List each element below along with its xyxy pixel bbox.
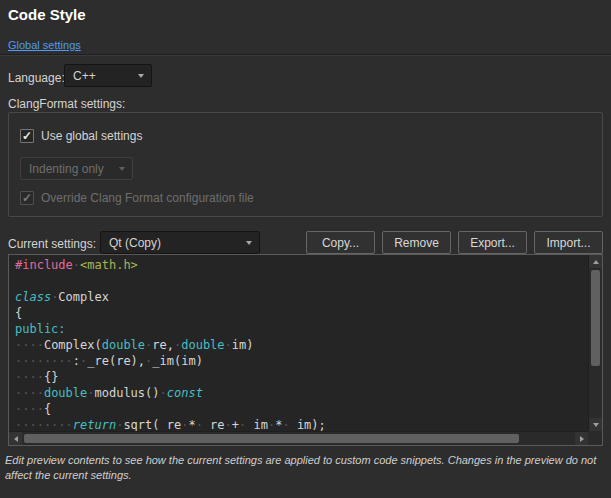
current-settings-label: Current settings: (8, 237, 96, 251)
chevron-down-icon (246, 241, 252, 245)
global-settings-link[interactable]: Global settings (8, 39, 81, 51)
use-global-settings-label: Use global settings (41, 129, 142, 143)
horizontal-scrollbar[interactable] (9, 431, 588, 445)
checkbox-checkmark-icon (20, 191, 34, 205)
horizontal-scrollbar-thumb[interactable] (24, 434, 519, 443)
arrow-up-icon (593, 260, 599, 264)
current-settings-select[interactable]: Qt (Copy) (100, 231, 260, 254)
language-select[interactable]: C++ (64, 64, 152, 87)
footer-note: Edit preview contents to see how the cur… (5, 453, 606, 483)
vertical-scrollbar[interactable] (588, 255, 602, 431)
scroll-up-button[interactable] (589, 255, 602, 268)
code-preview-editor: #include·<math.h> class·Complex{public:·… (8, 254, 603, 446)
checkbox-checkmark-icon (20, 129, 34, 143)
scroll-down-button[interactable] (589, 418, 602, 431)
remove-button[interactable]: Remove (382, 231, 451, 254)
arrow-right-icon (580, 436, 584, 442)
use-global-settings-checkbox[interactable]: Use global settings (20, 129, 142, 143)
vertical-scrollbar-thumb[interactable] (591, 270, 600, 366)
code-style-settings-page: Code Style Global settings Language: C++… (0, 0, 611, 498)
language-label: Language: (8, 71, 65, 85)
copy-button[interactable]: Copy... (306, 231, 375, 254)
arrow-down-icon (593, 423, 599, 427)
scrollbar-corner (588, 431, 602, 445)
clangformat-section-label: ClangFormat settings: (8, 97, 125, 111)
import-button[interactable]: Import... (534, 231, 603, 254)
arrow-left-icon (14, 436, 18, 442)
chevron-down-icon (138, 74, 144, 78)
clangformat-mode-select[interactable]: Indenting only (20, 157, 133, 180)
override-clang-format-checkbox[interactable]: Override Clang Format configuration file (20, 191, 254, 205)
separator (0, 54, 611, 56)
current-settings-buttons: Copy... Remove Export... Import... (306, 231, 603, 254)
clangformat-mode-value: Indenting only (29, 162, 104, 176)
code-lines[interactable]: #include·<math.h> class·Complex{public:·… (9, 255, 588, 431)
scroll-left-button[interactable] (9, 432, 22, 445)
language-select-value: C++ (73, 69, 96, 83)
override-clang-format-label: Override Clang Format configuration file (41, 191, 254, 205)
chevron-down-icon (119, 167, 125, 171)
scroll-right-button[interactable] (575, 432, 588, 445)
page-title: Code Style (8, 6, 86, 23)
export-button[interactable]: Export... (458, 231, 527, 254)
current-settings-value: Qt (Copy) (109, 236, 161, 250)
